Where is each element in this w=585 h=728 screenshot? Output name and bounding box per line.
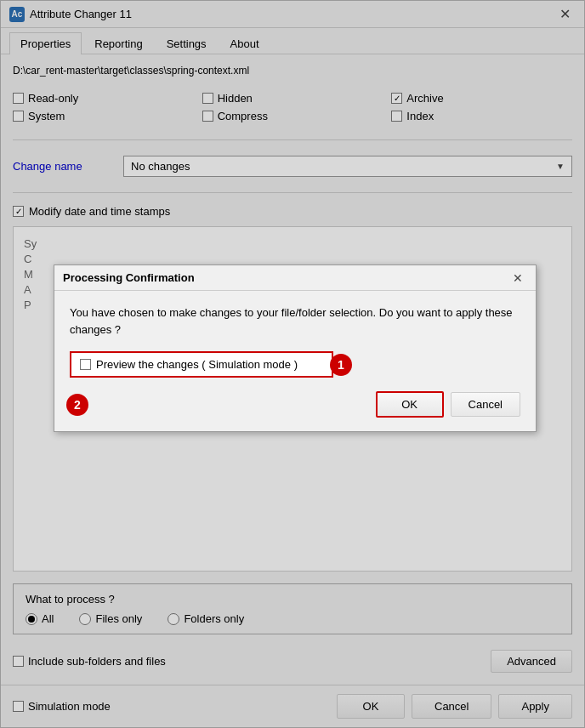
badge-1: 1 [330,354,352,376]
modal-overlay: Processing Confirmation ✕ You have chose… [1,1,584,727]
dialog-ok-button[interactable]: OK [376,391,444,418]
dialog-title-bar: Processing Confirmation ✕ [54,265,536,291]
preview-checkbox[interactable] [80,359,91,370]
dialog-buttons: 2 OK Cancel [70,391,520,418]
dialog-cancel-button[interactable]: Cancel [451,392,520,417]
dialog-close-button[interactable]: ✕ [508,270,527,286]
main-window: Ac Attribute Changer 11 ✕ Properties Rep… [0,0,585,728]
processing-confirmation-dialog: Processing Confirmation ✕ You have chose… [54,264,537,432]
dialog-title: Processing Confirmation [63,271,195,284]
badge-2: 2 [66,394,88,416]
preview-checkbox-row: Preview the changes ( Simulation mode ) [70,351,333,378]
dialog-message: You have chosen to make changes to your … [70,304,520,338]
preview-label: Preview the changes ( Simulation mode ) [96,358,298,371]
dialog-content: You have chosen to make changes to your … [54,291,536,431]
